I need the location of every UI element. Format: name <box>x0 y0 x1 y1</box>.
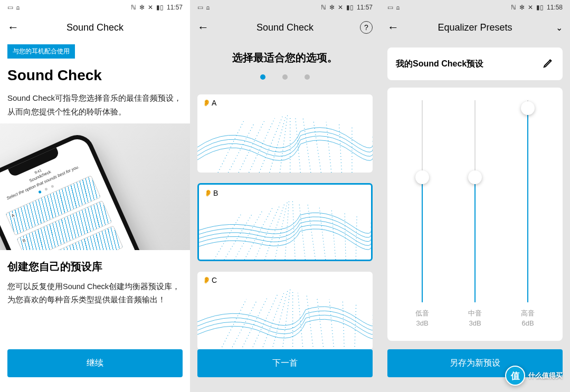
svg-line-40 <box>329 299 334 350</box>
svg-line-9 <box>303 118 311 173</box>
svg-line-0 <box>218 121 244 173</box>
feature-heading: Sound Check <box>7 67 183 84</box>
preset-name-card: 我的Sound Check预设 <box>387 47 563 80</box>
band-value: 3dB <box>469 319 481 327</box>
svg-line-30 <box>231 301 256 350</box>
svg-line-42 <box>355 303 356 350</box>
help-button[interactable]: ? <box>360 21 373 34</box>
step-dot-2 <box>282 74 288 80</box>
bluetooth-icon: ✻ <box>519 4 525 11</box>
status-bar: ▭ ⩍ ℕ ✻ ✕ ▮▯ 11:57 <box>0 0 190 15</box>
edit-button[interactable] <box>543 57 554 71</box>
vibrate-icon: ✕ <box>528 4 533 11</box>
status-bar: ▭ ⩍ ℕ ✻ ✕ ▮▯ 11:58 <box>380 0 570 15</box>
eq-slider-mid[interactable]: 中音 3dB <box>454 100 496 327</box>
eq-slider-bass[interactable]: 低音 3dB <box>401 100 443 327</box>
back-button[interactable]: ← <box>387 21 399 34</box>
headphone-pairing-badge: 与您的耳机配合使用 <box>7 44 75 59</box>
watermark-text: 什么值得买 <box>528 371 563 380</box>
chevron-down-icon[interactable]: ⌄ <box>556 23 563 33</box>
phone-mockup-image: 9:41 Soundcheck Select the option that s… <box>0 123 190 250</box>
svg-line-18 <box>254 205 280 260</box>
pencil-icon <box>543 57 554 69</box>
feature-description: Sound Check可指导您选择音乐的最佳音频预设，从而向您提供个性化的聆听体… <box>7 91 183 118</box>
selection-prompt: 选择最适合您的选项。 <box>197 51 373 65</box>
svg-line-29 <box>221 299 246 350</box>
wifi-icon: ⩍ <box>16 4 20 11</box>
next-button[interactable]: 下一首 <box>197 349 373 377</box>
page-title: Sound Check <box>256 22 314 33</box>
svg-line-14 <box>214 213 242 260</box>
sound-option-b[interactable]: 👂B <box>197 183 373 261</box>
back-button[interactable]: ← <box>7 21 19 34</box>
library-description: 您可以反复使用Sound Check创建均衡器预设库，为您喜欢的每种音乐类型提供… <box>7 280 183 306</box>
svg-line-19 <box>265 203 285 260</box>
battery-icon: ▮▯ <box>156 4 164 11</box>
library-heading: 创建您自己的预设库 <box>7 260 183 274</box>
screen-equalizer-presets: ▭ ⩍ ℕ ✻ ✕ ▮▯ 11:58 ← Equalizer Presets ⌄… <box>380 0 570 392</box>
svg-line-37 <box>298 293 303 350</box>
status-bar: ▭ ⩍ ℕ ✻ ✕ ▮▯ 11:57 <box>190 0 380 15</box>
page-title[interactable]: Equalizer Presets <box>438 22 512 33</box>
svg-line-3 <box>249 118 275 173</box>
band-value: 6dB <box>521 319 534 327</box>
bluetooth-icon: ✻ <box>139 4 145 11</box>
ear-icon: 👂 <box>203 276 211 284</box>
step-indicator <box>190 72 380 82</box>
sim-icon: ▭ <box>7 4 13 11</box>
svg-line-11 <box>326 122 331 173</box>
soundwave-graphic <box>197 94 373 173</box>
screen-sound-check-intro: ▭ ⩍ ℕ ✻ ✕ ▮▯ 11:57 ← Sound Check 与您的耳机配合… <box>0 0 190 392</box>
watermark: 值 什么值得买 <box>505 366 563 386</box>
clock: 11:57 <box>167 4 183 11</box>
continue-button[interactable]: 继续 <box>7 349 183 377</box>
sound-option-c[interactable]: 👂C <box>197 272 373 350</box>
sim-icon: ▭ <box>387 4 393 11</box>
screen-sound-check-select: ▭ ⩍ ℕ ✻ ✕ ▮▯ 11:57 ← Sound Check ? 选择最适合… <box>190 0 380 392</box>
step-dot-1 <box>260 74 265 80</box>
svg-line-12 <box>339 124 342 173</box>
battery-icon: ▮▯ <box>536 4 544 11</box>
svg-line-6 <box>280 114 288 173</box>
ear-icon: 👂 <box>204 189 212 197</box>
equalizer-panel: 低音 3dB 中音 3dB 高音 6dB <box>387 88 563 341</box>
slider-thumb[interactable] <box>415 170 429 184</box>
ear-icon: 👂 <box>203 99 211 107</box>
nfc-icon: ℕ <box>511 4 516 11</box>
header: ← Sound Check ? <box>190 15 380 40</box>
band-label: 低音 <box>415 309 429 318</box>
slider-thumb[interactable] <box>468 170 482 184</box>
svg-line-38 <box>307 295 314 350</box>
sim-icon: ▭ <box>197 4 203 11</box>
bluetooth-icon: ✻ <box>329 4 335 11</box>
header: ← Equalizer Presets ⌄ <box>380 15 570 40</box>
wifi-icon: ⩍ <box>206 4 210 11</box>
back-button[interactable]: ← <box>197 21 209 34</box>
band-label: 高音 <box>521 309 535 318</box>
preset-name: 我的Sound Check预设 <box>396 59 483 70</box>
sound-option-a[interactable]: 👂A <box>197 94 373 173</box>
page-title: Sound Check <box>66 22 124 33</box>
svg-line-41 <box>343 301 344 350</box>
svg-line-32 <box>252 295 278 350</box>
svg-line-34 <box>272 291 288 350</box>
soundwave-graphic <box>199 185 371 260</box>
band-value: 3dB <box>416 319 428 327</box>
svg-line-20 <box>275 201 288 260</box>
clock: 11:58 <box>547 4 563 11</box>
nfc-icon: ℕ <box>131 4 136 11</box>
vibrate-icon: ✕ <box>148 4 153 11</box>
slider-thumb[interactable] <box>521 101 535 115</box>
header: ← Sound Check <box>0 15 190 40</box>
nfc-icon: ℕ <box>321 4 326 11</box>
soundwave-graphic <box>197 272 373 350</box>
watermark-badge: 值 <box>505 366 525 386</box>
svg-line-4 <box>259 117 282 173</box>
svg-line-25 <box>319 207 326 260</box>
svg-line-27 <box>345 213 346 260</box>
svg-line-26 <box>331 210 336 260</box>
eq-slider-treble[interactable]: 高音 6dB <box>507 100 549 327</box>
svg-line-8 <box>296 117 301 173</box>
vibrate-icon: ✕ <box>338 4 343 11</box>
svg-line-22 <box>292 201 295 260</box>
